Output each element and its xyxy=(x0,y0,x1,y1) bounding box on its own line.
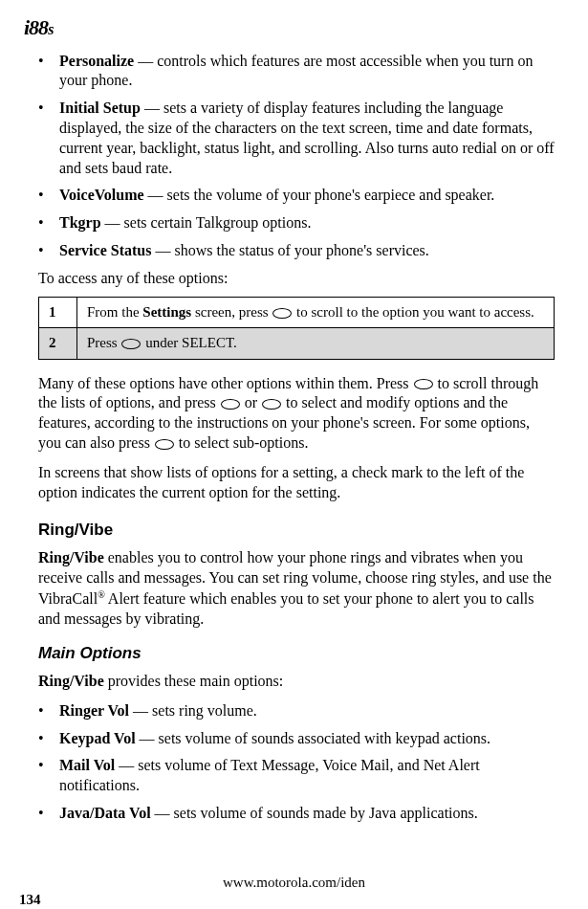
list-item: Ringer Vol — sets ring volume. xyxy=(38,701,555,721)
top-options-list: Personalize — controls which features ar… xyxy=(38,52,555,261)
access-intro: To access any of these options: xyxy=(38,269,555,289)
desc: — sets volume of sounds associated with … xyxy=(136,730,491,746)
button-icon xyxy=(262,399,281,410)
options-paragraph: Many of these options have other options… xyxy=(38,374,555,454)
footer-url: www.motorola.com/iden xyxy=(223,875,365,890)
list-item: Tkgrp — sets certain Talkgroup options. xyxy=(38,213,555,233)
term: Java/Data Vol xyxy=(59,805,151,821)
ring-vibe-paragraph: Ring/Vibe enables you to control how you… xyxy=(38,548,555,630)
device-logo: i88s xyxy=(24,14,555,42)
desc: — sets the volume of your phone's earpie… xyxy=(144,187,495,203)
list-item: Java/Data Vol — sets volume of sounds ma… xyxy=(38,804,555,824)
footer: www.motorola.com/iden xyxy=(19,874,569,893)
table-row: 1 From the Settings screen, press to scr… xyxy=(39,297,555,328)
list-item: Service Status — shows the status of you… xyxy=(38,241,555,261)
term: Personalize xyxy=(59,53,134,69)
step-number: 2 xyxy=(39,328,77,360)
term: Initial Setup xyxy=(59,100,141,116)
logo-main: i88 xyxy=(24,15,48,39)
term: VoiceVolume xyxy=(59,187,144,203)
main-options-list: Ringer Vol — sets ring volume. Keypad Vo… xyxy=(38,701,555,824)
desc: — sets ring volume. xyxy=(129,702,257,719)
ring-vibe-heading: Ring/Vibe xyxy=(38,520,555,541)
scroll-icon xyxy=(414,379,433,389)
button-icon xyxy=(155,439,174,450)
step-text: Press under SELECT. xyxy=(77,328,555,360)
page-number: 134 xyxy=(19,891,41,910)
logo-suffix: s xyxy=(48,21,53,37)
list-item: Personalize — controls which features ar… xyxy=(38,52,555,92)
main-options-heading: Main Options xyxy=(38,643,555,664)
scroll-icon xyxy=(272,308,292,319)
main-options-intro: Ring/Vibe provides these main options: xyxy=(38,672,555,692)
term: Ringer Vol xyxy=(59,702,129,719)
desc: — shows the status of your phone's servi… xyxy=(151,242,428,258)
list-item: VoiceVolume — sets the volume of your ph… xyxy=(38,186,555,206)
desc: — sets volume of Text Message, Voice Mai… xyxy=(59,757,480,793)
desc: — sets certain Talkgroup options. xyxy=(101,214,312,231)
desc: — sets volume of sounds made by Java app… xyxy=(151,805,478,821)
step-number: 1 xyxy=(39,297,77,328)
steps-table: 1 From the Settings screen, press to scr… xyxy=(38,297,555,360)
term: Mail Vol xyxy=(59,757,115,773)
step-text: From the Settings screen, press to scrol… xyxy=(77,297,555,328)
button-icon xyxy=(121,339,141,349)
registered-mark: ® xyxy=(98,589,105,600)
term: Tkgrp xyxy=(59,214,101,231)
term: Keypad Vol xyxy=(59,730,136,746)
checkmark-paragraph: In screens that show lists of options fo… xyxy=(38,463,555,503)
term: Service Status xyxy=(59,242,151,258)
table-row: 2 Press under SELECT. xyxy=(39,328,555,360)
list-item: Mail Vol — sets volume of Text Message, … xyxy=(38,756,555,796)
list-item: Keypad Vol — sets volume of sounds assoc… xyxy=(38,729,555,749)
list-item: Initial Setup — sets a variety of displa… xyxy=(38,99,555,178)
button-icon xyxy=(221,399,240,410)
